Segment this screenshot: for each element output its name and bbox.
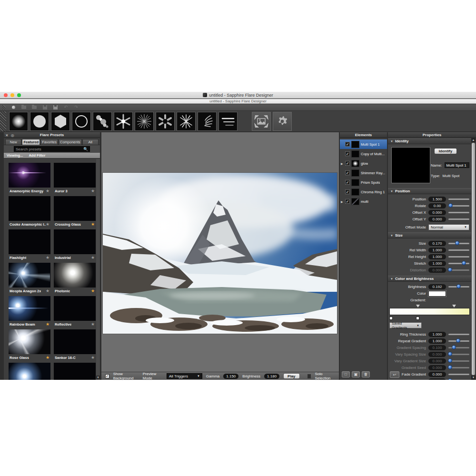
- size-section-header[interactable]: ▼ Size: [388, 232, 471, 238]
- shimmer-rays-element-button[interactable]: [135, 112, 154, 131]
- gradient-bottom-stop[interactable]: [416, 317, 419, 320]
- preset-item[interactable]: Flashlight★: [9, 229, 50, 261]
- presets-scrollbar[interactable]: ▼: [96, 159, 100, 380]
- element-row[interactable]: ✓Shimmer Ray...: [340, 168, 387, 178]
- element-row[interactable]: ✓Multi Spot 1: [340, 139, 387, 149]
- property-value-field[interactable]: 0.100: [428, 345, 446, 350]
- star-icon[interactable]: ★: [91, 188, 95, 193]
- element-visibility-checkbox[interactable]: ✓: [345, 170, 350, 175]
- element-row[interactable]: ✓Copy of Multi...: [340, 149, 387, 159]
- preset-thumbnail[interactable]: [54, 163, 96, 188]
- background-photo[interactable]: [103, 173, 337, 334]
- saved-gradients-dropdown[interactable]: Saved Gradients... ▼: [389, 322, 422, 328]
- save-as-icon[interactable]: [52, 105, 58, 110]
- scroll-down-icon[interactable]: ▼: [471, 376, 476, 380]
- preset-thumbnail[interactable]: [54, 329, 96, 354]
- preset-item[interactable]: Anamorphic Energy★: [9, 163, 50, 194]
- gradient-top-stop[interactable]: [452, 305, 456, 307]
- property-value-field[interactable]: 1.500: [428, 197, 446, 202]
- property-slider[interactable]: [448, 243, 469, 244]
- property-value-field[interactable]: 0.000: [428, 358, 446, 364]
- expand-arrow-icon[interactable]: ▶: [341, 200, 344, 203]
- close-window-button[interactable]: [4, 93, 8, 97]
- element-visibility-checkbox[interactable]: ✓: [345, 161, 350, 166]
- star-icon[interactable]: ★: [91, 355, 95, 360]
- property-value-field[interactable]: 0.000: [428, 352, 446, 357]
- property-value-field[interactable]: 0.000: [428, 210, 446, 215]
- preset-item[interactable]: Reflective★: [54, 296, 96, 327]
- circle-element-button[interactable]: [30, 112, 49, 131]
- detach-panel-icon[interactable]: ◎: [11, 133, 14, 138]
- slider-thumb[interactable]: [452, 345, 456, 349]
- property-slider[interactable]: [448, 367, 469, 368]
- name-field[interactable]: Multi Spot 1: [445, 162, 469, 168]
- preset-item[interactable]: [54, 363, 96, 380]
- preset-item[interactable]: Auror 3★: [54, 163, 96, 194]
- slider-thumb[interactable]: [456, 338, 460, 343]
- property-slider[interactable]: [448, 334, 469, 335]
- preset-item[interactable]: Rose Glass★: [9, 329, 50, 361]
- property-slider[interactable]: [448, 374, 469, 375]
- element-visibility-checkbox[interactable]: ✓: [345, 180, 350, 185]
- element-toolbar-grip[interactable]: [0, 111, 6, 131]
- preset-thumbnail[interactable]: [9, 263, 50, 288]
- star-icon[interactable]: ★: [46, 322, 50, 327]
- offset-mode-dropdown[interactable]: Normal ▼: [428, 224, 469, 230]
- element-visibility-checkbox[interactable]: ✓: [345, 199, 350, 204]
- preset-thumbnail[interactable]: [9, 363, 50, 380]
- element-row[interactable]: ✓Prism Spots: [340, 178, 387, 187]
- star-icon[interactable]: ★: [46, 288, 50, 293]
- glow-element-button[interactable]: [9, 112, 28, 131]
- property-value-field[interactable]: 1.000: [428, 248, 446, 253]
- new-element-button[interactable]: □: [342, 371, 350, 377]
- star-icon[interactable]: ★: [91, 288, 95, 293]
- close-panel-icon[interactable]: ✕: [5, 133, 9, 138]
- color-swatch[interactable]: [428, 291, 446, 297]
- preset-thumbnail[interactable]: [54, 296, 96, 321]
- ring-element-button[interactable]: [72, 112, 91, 131]
- save-icon[interactable]: [42, 105, 48, 110]
- property-slider[interactable]: [448, 347, 469, 348]
- preset-item[interactable]: Cooke Anamorphic I...★: [9, 196, 50, 228]
- slider-thumb[interactable]: [455, 241, 459, 245]
- minimize-window-button[interactable]: [10, 93, 14, 97]
- property-slider[interactable]: [448, 198, 469, 200]
- preset-item[interactable]: Rainbow Beam★: [9, 296, 50, 327]
- tab-featured[interactable]: Featured: [22, 139, 40, 145]
- open-icon[interactable]: [21, 105, 27, 110]
- preset-item[interactable]: [9, 363, 50, 380]
- preset-thumbnail[interactable]: [9, 163, 50, 188]
- add-filter-button[interactable]: Add Filter: [29, 153, 45, 158]
- star-rays-element-button[interactable]: [114, 112, 133, 131]
- streak-fan-element-button[interactable]: [198, 112, 217, 131]
- property-slider[interactable]: [448, 249, 469, 251]
- slider-thumb[interactable]: [448, 203, 453, 208]
- tab-all[interactable]: All: [82, 139, 99, 145]
- canvas-brightness-field[interactable]: 1.180: [264, 374, 279, 379]
- property-value-field[interactable]: 0.000: [428, 372, 446, 377]
- hexagon-element-button[interactable]: [51, 112, 70, 131]
- sparkle-element-button[interactable]: [177, 112, 196, 131]
- gear-icon[interactable]: [273, 112, 292, 131]
- element-row[interactable]: ▶✓glow: [340, 159, 387, 168]
- element-visibility-checkbox[interactable]: ✓: [345, 142, 350, 147]
- new-icon[interactable]: [10, 105, 16, 110]
- property-slider[interactable]: [448, 286, 469, 288]
- properties-footer-button[interactable]: ↩: [390, 371, 399, 378]
- property-slider[interactable]: [448, 340, 469, 342]
- gradient-bar[interactable]: [389, 308, 470, 315]
- properties-scrollbar[interactable]: ▲ ▼: [471, 138, 476, 380]
- redo-icon[interactable]: ↷: [73, 105, 79, 110]
- property-slider[interactable]: [448, 269, 469, 271]
- triggers-dropdown[interactable]: All Triggers ▼: [167, 373, 202, 379]
- zoom-window-button[interactable]: [17, 93, 21, 97]
- property-slider[interactable]: [448, 205, 469, 207]
- slider-thumb[interactable]: [448, 378, 452, 380]
- preset-thumbnail[interactable]: [54, 229, 96, 254]
- property-value-field[interactable]: 0.00: [428, 203, 446, 208]
- viewing-label[interactable]: Viewing...: [7, 153, 23, 158]
- undo-icon[interactable]: ↶: [63, 105, 69, 110]
- preset-thumbnail[interactable]: [54, 263, 96, 288]
- slider-thumb[interactable]: [448, 365, 452, 369]
- identify-button[interactable]: Identify: [434, 148, 457, 154]
